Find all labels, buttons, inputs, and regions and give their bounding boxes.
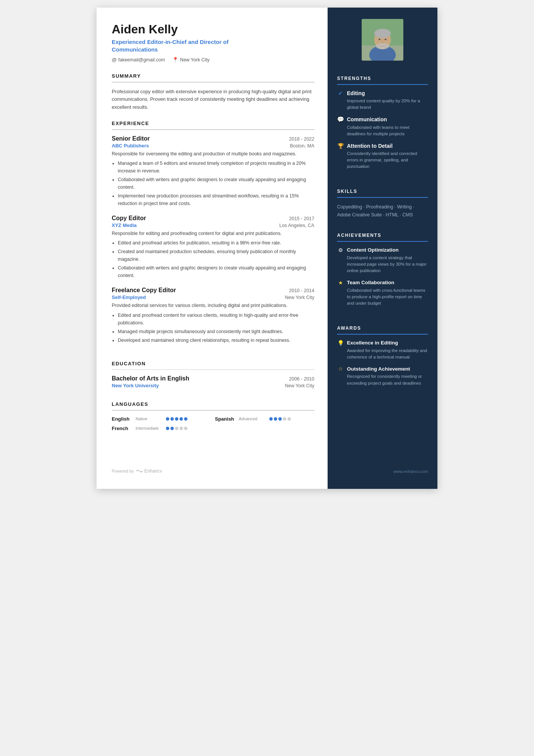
exp-bullet-3-2: Managed multiple projects simultaneously… <box>118 328 314 335</box>
award-title-row-1: 💡 Excellence in Editing <box>337 340 428 346</box>
exp-company-1: ABC Publishers <box>112 143 149 149</box>
exp-item-2: Copy Editor 2015 - 2017 XYZ Media Los An… <box>112 215 314 279</box>
education-section: EDUCATION Bachelor of Arts in English 20… <box>112 361 314 393</box>
exp-bullets-2: Edited and proofread articles for public… <box>112 239 314 279</box>
lang-dots-spanish <box>269 417 291 421</box>
strength-desc-3: Consistently identified and corrected er… <box>337 150 428 170</box>
dot <box>180 417 183 421</box>
achievement-item-1: ⚙ Content Optimization Developed a conte… <box>337 247 428 274</box>
achievement-title-row-2: ★ Team Collaboration <box>337 280 428 286</box>
award-icon-1: 💡 <box>337 340 344 346</box>
lang-name-spanish: Spanish <box>215 416 236 422</box>
lang-item-spanish: Spanish Advanced <box>215 416 315 422</box>
photo-area <box>328 8 437 68</box>
exp-bullet-1-3: Implemented new production processes and… <box>118 192 314 207</box>
strengths-divider <box>337 84 428 85</box>
languages-section: LANGUAGES English Native <box>112 401 314 431</box>
edu-degree: Bachelor of Arts in English <box>112 375 189 382</box>
candidate-title: Experienced Editor-in-Chief and Director… <box>112 38 256 53</box>
dot <box>175 427 178 430</box>
lang-name-french: French <box>112 426 133 431</box>
exp-title-1: Senior Editor <box>112 135 150 142</box>
dot <box>180 427 183 430</box>
lang-level-english: Native <box>136 416 163 421</box>
experience-section: EXPERIENCE Senior Editor 2018 - 2022 ABC… <box>112 121 314 352</box>
strength-icon-1: ✔ <box>337 90 344 96</box>
strength-title-2: Communication <box>347 116 387 122</box>
summary-text: Professional copy editor with extensive … <box>112 88 314 111</box>
location-info: 📍 New York City <box>172 57 209 63</box>
resume-wrapper: Aiden Kelly Experienced Editor-in-Chief … <box>97 8 437 489</box>
skills-section: SKILLS Copyediting · Proofreading · Writ… <box>328 181 437 219</box>
exp-company-row-2: XYZ Media Los Angeles, CA <box>112 222 314 228</box>
svg-point-6 <box>379 39 381 40</box>
achievements-title: ACHIEVEMENTS <box>337 233 428 238</box>
languages-divider <box>112 410 314 411</box>
strength-icon-2: 💬 <box>337 116 344 123</box>
exp-bullet-1-1: Managed a team of 5 editors and ensured … <box>118 160 314 175</box>
achievement-title-1: Content Optimization <box>347 247 398 253</box>
exp-bullet-2-2: Created and maintained production schedu… <box>118 248 314 263</box>
exp-bullet-3-3: Developed and maintained strong client r… <box>118 337 314 344</box>
strength-title-1: Editing <box>347 90 365 96</box>
exp-bullet-2-1: Edited and proofread articles for public… <box>118 239 314 247</box>
exp-header-row-3: Freelance Copy Editor 2010 - 2014 <box>112 287 314 294</box>
exp-desc-3: Provided editorial services for various … <box>112 302 314 309</box>
profile-photo <box>362 19 403 61</box>
achievement-title-row-1: ⚙ Content Optimization <box>337 247 428 253</box>
exp-desc-1: Responsible for overseeing the editing a… <box>112 150 314 158</box>
award-icon-2: ☆ <box>337 366 344 372</box>
strength-title-row-3: 🏆 Attention to Detail <box>337 143 428 149</box>
exp-company-row-1: ABC Publishers Boston, MA <box>112 143 314 149</box>
award-title-1: Excellence in Editing <box>347 340 398 346</box>
website-text: www.enhancv.com <box>393 469 428 474</box>
dot <box>287 417 291 421</box>
strength-desc-1: Improved content quality by 20% for a gl… <box>337 98 428 111</box>
exp-bullet-3-1: Edited and proofread content for various… <box>118 311 314 327</box>
edu-school-row: New York University New York City <box>112 383 314 388</box>
dot <box>278 417 282 421</box>
strength-title-row-2: 💬 Communication <box>337 116 428 123</box>
exp-item-3: Freelance Copy Editor 2010 - 2014 Self-E… <box>112 287 314 344</box>
exp-bullets-1: Managed a team of 5 editors and ensured … <box>112 160 314 207</box>
exp-bullet-2-3: Collaborated with writers and graphic de… <box>118 264 314 279</box>
exp-item-1: Senior Editor 2018 - 2022 ABC Publishers… <box>112 135 314 207</box>
awards-section: AWARDS 💡 Excellence in Editing Awarded f… <box>328 318 437 392</box>
email-info: @ fakeemail@gmail.com <box>112 57 165 63</box>
svg-point-5 <box>374 29 391 38</box>
award-desc-1: Awarded for improving the readability an… <box>337 347 428 361</box>
achievements-section: ACHIEVEMENTS ⚙ Content Optimization Deve… <box>328 225 437 312</box>
dot <box>274 417 277 421</box>
right-footer: www.enhancv.com <box>328 462 437 474</box>
achievement-item-2: ★ Team Collaboration Collaborated with c… <box>337 280 428 307</box>
achievement-desc-1: Developed a content strategy that increa… <box>337 255 428 274</box>
skills-text: Copyediting · Proofreading · Writing · A… <box>337 203 428 219</box>
lang-level-spanish: Advanced <box>239 416 266 421</box>
achievement-icon-1: ⚙ <box>337 247 344 253</box>
enhancv-icon <box>136 469 143 473</box>
award-item-1: 💡 Excellence in Editing Awarded for impr… <box>337 340 428 361</box>
candidate-name: Aiden Kelly <box>112 23 314 36</box>
dot <box>170 417 174 421</box>
edu-header-row: Bachelor of Arts in English 2006 - 2010 <box>112 375 314 382</box>
powered-by-text: Powered by <box>112 469 134 473</box>
location-text: New York City <box>180 57 209 63</box>
lang-name-english: English <box>112 416 133 422</box>
header: Aiden Kelly Experienced Editor-in-Chief … <box>112 23 314 63</box>
dot <box>166 427 169 430</box>
left-footer: Powered by Enhancv <box>112 461 314 474</box>
achievement-icon-2: ★ <box>337 280 344 286</box>
awards-title: AWARDS <box>337 326 428 331</box>
lang-item-french: French Intermediate <box>112 426 211 431</box>
lang-level-french: Intermediate <box>136 426 163 430</box>
dot <box>166 417 169 421</box>
exp-header-row-2: Copy Editor 2015 - 2017 <box>112 215 314 222</box>
award-item-2: ☆ Outstanding Achievement Recognized for… <box>337 366 428 387</box>
experience-title: EXPERIENCE <box>112 121 314 126</box>
dot <box>184 427 187 430</box>
contact-info: @ fakeemail@gmail.com 📍 New York City <box>112 57 314 63</box>
svg-point-7 <box>385 39 387 40</box>
email-text: fakeemail@gmail.com <box>118 57 165 63</box>
photo-frame <box>362 19 403 61</box>
left-column: Aiden Kelly Experienced Editor-in-Chief … <box>97 8 328 489</box>
